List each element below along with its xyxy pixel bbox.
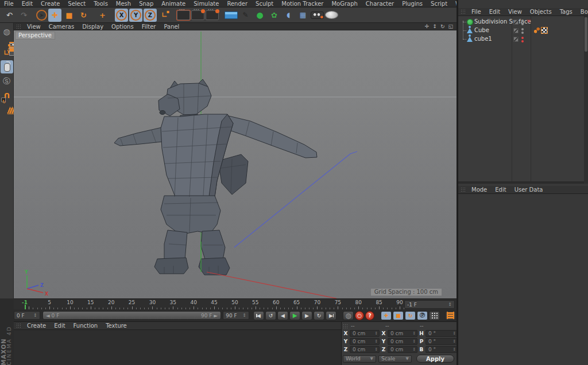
enable-axis-icon[interactable]: ∟ xyxy=(1,46,13,59)
menu-select[interactable]: Select xyxy=(64,1,90,7)
panel-grip-icon[interactable] xyxy=(461,187,466,192)
menu-edit[interactable]: Edit xyxy=(18,1,37,7)
floor-icon[interactable]: ▦ xyxy=(296,9,310,22)
scrollbar[interactable] xyxy=(584,16,588,184)
render-settings-icon[interactable] xyxy=(206,10,219,20)
menu-simulate[interactable]: Simulate xyxy=(189,1,223,7)
stepper-icon[interactable]: ↕ xyxy=(448,302,452,307)
vp-menu-panel[interactable]: Panel xyxy=(160,24,183,30)
toggle-panel-icon[interactable]: ◱ xyxy=(446,24,455,29)
coord-field[interactable]: 0 cm↕ xyxy=(388,346,417,353)
vp-menu-view[interactable]: View xyxy=(23,24,45,30)
coord-field[interactable]: 0 °↕ xyxy=(425,346,458,353)
om-menu-edit[interactable]: Edit xyxy=(485,9,504,15)
object-row-subdivision-surface[interactable]: Subdivision Surface ✕ xyxy=(458,18,583,26)
next-frame-button[interactable]: ▶ xyxy=(301,311,312,320)
stepper-icon[interactable]: ↕ xyxy=(452,347,456,352)
editor-visibility-dot[interactable] xyxy=(521,20,524,22)
z-axis-lock-icon[interactable]: Z xyxy=(144,9,157,22)
start-frame-field[interactable]: 0 F↕ xyxy=(14,311,40,320)
object-label[interactable]: cube1 xyxy=(474,36,492,42)
coord-field[interactable]: 0 cm↕ xyxy=(350,346,380,353)
scrollbar-thumb[interactable] xyxy=(585,17,587,52)
play-button[interactable]: ▶ xyxy=(289,311,300,320)
object-list[interactable]: Subdivision Surface ✕ Cube cube1 xyxy=(458,16,588,184)
coord-field[interactable]: 0 cm↕ xyxy=(388,338,417,345)
mat-menu-function[interactable]: Function xyxy=(69,323,102,329)
scale-icon[interactable]: ■ xyxy=(63,9,76,22)
goto-start-button[interactable]: ◀ xyxy=(253,311,264,320)
generator-disabled-icon[interactable]: ✕ xyxy=(527,18,531,24)
editor-visibility-dot[interactable] xyxy=(521,37,524,39)
snap-icon[interactable]: Ⓢ xyxy=(1,75,13,88)
layer-toggle-icon[interactable] xyxy=(513,37,519,42)
coord-field[interactable]: 0 °↕ xyxy=(425,330,458,337)
om-menu-tags[interactable]: Tags xyxy=(556,9,577,15)
subdivision-surface-icon[interactable]: ● xyxy=(253,9,266,22)
phong-tag-icon[interactable] xyxy=(533,27,540,34)
panel-grip-icon[interactable] xyxy=(16,323,21,328)
render-view-icon[interactable] xyxy=(177,10,190,20)
am-menu-mode[interactable]: Mode xyxy=(467,187,491,193)
dolly-view-icon[interactable]: ↕ xyxy=(431,24,439,29)
object-row-cube1[interactable]: cube1 xyxy=(458,35,583,44)
camera-label[interactable]: Perspective xyxy=(15,32,55,40)
am-menu-edit[interactable]: Edit xyxy=(491,187,510,193)
stepper-icon[interactable]: ↕ xyxy=(374,339,378,344)
key-scale-button[interactable]: ■ xyxy=(393,311,404,320)
record-objects-button[interactable]: ◍ xyxy=(343,311,354,320)
vp-menu-options[interactable]: Options xyxy=(107,24,138,30)
previous-frame-button[interactable]: ◀ xyxy=(277,311,288,320)
mat-menu-texture[interactable]: Texture xyxy=(102,323,131,329)
om-menu-objects[interactable]: Objects xyxy=(526,9,556,15)
stepper-icon[interactable]: ↕ xyxy=(452,339,456,344)
deformer-icon[interactable]: ◖ xyxy=(282,9,295,22)
array-icon[interactable]: ✿ xyxy=(268,9,281,22)
menu-character[interactable]: Character xyxy=(362,1,398,7)
editor-visibility-dot[interactable] xyxy=(521,28,524,30)
menu-motion-tracker[interactable]: Motion Tracker xyxy=(277,1,327,7)
menu-file[interactable]: File xyxy=(0,1,18,7)
undo-icon[interactable]: ↶ xyxy=(3,9,16,22)
object-label[interactable]: Cube xyxy=(474,27,489,33)
current-frame-field[interactable]: -1 F↕ xyxy=(404,300,455,309)
menu-animate[interactable]: Animate xyxy=(157,1,189,7)
key-rotation-button[interactable]: ↻ xyxy=(405,311,416,320)
panel-grip-icon[interactable] xyxy=(16,24,21,29)
stepper-icon[interactable]: ↕ xyxy=(374,331,378,336)
mat-menu-edit[interactable]: Edit xyxy=(50,323,69,329)
coord-field[interactable]: 0 cm↕ xyxy=(350,338,380,345)
menu-render[interactable]: Render xyxy=(223,1,252,7)
autokeying-button[interactable]: ○ xyxy=(355,311,364,320)
keyframe-selection-button[interactable]: ? xyxy=(365,311,374,320)
coordinate-system-icon[interactable]: ∟ xyxy=(158,9,171,22)
vp-menu-filter[interactable]: Filter xyxy=(138,24,160,30)
am-menu-user-data[interactable]: User Data xyxy=(510,187,547,193)
add-cube-icon[interactable] xyxy=(225,11,238,19)
menu-script[interactable]: Script xyxy=(427,1,451,7)
timeline-range-slider[interactable]: ◄ 0 F 90 F ► xyxy=(42,311,221,320)
stepper-icon[interactable]: ↕ xyxy=(412,347,416,352)
render-to-picture-viewer-icon[interactable] xyxy=(191,10,204,20)
menu-mesh[interactable]: Mesh xyxy=(112,1,135,7)
object-row-cube[interactable]: Cube xyxy=(458,26,583,35)
om-menu-bookmarks[interactable]: Bookmarks xyxy=(577,9,588,15)
redo-icon[interactable]: ↷ xyxy=(17,9,30,22)
om-menu-file[interactable]: File xyxy=(467,9,485,15)
vp-menu-cameras[interactable]: Cameras xyxy=(45,24,78,30)
coord-field[interactable]: 0 cm↕ xyxy=(350,330,380,337)
spline-pen-icon[interactable]: ✎ xyxy=(239,9,252,22)
menu-tools[interactable]: Tools xyxy=(90,1,112,7)
timeline-window-button[interactable] xyxy=(445,311,456,320)
key-pla-button[interactable] xyxy=(429,311,440,320)
stepper-icon[interactable]: ↕ xyxy=(374,347,378,352)
last-tool-icon[interactable]: + xyxy=(96,9,109,22)
viewport-solo-icon[interactable] xyxy=(1,60,13,73)
coord-field[interactable]: 0 °↕ xyxy=(425,338,458,345)
pan-view-icon[interactable]: ✛ xyxy=(423,24,431,29)
viewport-canvas[interactable]: Y Z X Perspective Grid Spacing : 100 cm xyxy=(14,30,457,298)
timeline-ruler[interactable]: -151015202530354045505560657075808590 xyxy=(20,299,402,310)
rotate-view-icon[interactable]: ↻ xyxy=(439,24,447,29)
coord-field[interactable]: 0 cm↕ xyxy=(388,330,417,337)
camera-icon[interactable] xyxy=(311,11,324,19)
